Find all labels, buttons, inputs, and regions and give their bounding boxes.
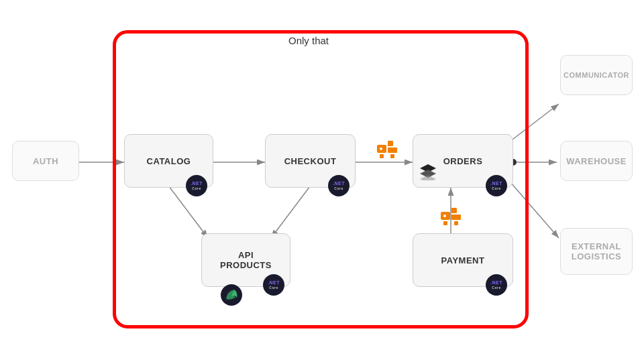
orders-layers-icon [419, 162, 437, 184]
svg-marker-19 [420, 175, 436, 180]
node-auth: AUTH [12, 141, 79, 181]
checkout-net-badge: .NET Core [328, 175, 350, 196]
nestjs-badge [221, 274, 242, 296]
catalog-label: CATALOG [147, 156, 191, 166]
communicator-label: COMMUNICATOR [564, 71, 629, 79]
svg-rect-24 [454, 221, 458, 225]
payment-label: PAYMENT [441, 255, 485, 265]
net-text2: .NET [333, 181, 345, 186]
svg-rect-14 [380, 154, 384, 158]
payment-net-badge: .NET Core [486, 274, 507, 296]
checkout-label: CHECKOUT [284, 156, 337, 166]
node-catalog: CATALOG .NET Core [124, 134, 213, 188]
svg-point-25 [443, 215, 446, 217]
rabbitmq-icon-2 [439, 206, 464, 235]
api-products-net-badge: .NET Core [263, 274, 284, 296]
orders-label: ORDERS [443, 156, 483, 166]
core-text: Core [192, 186, 201, 190]
svg-rect-22 [451, 215, 461, 220]
node-api-products: API PRODUCTS .NET Core [201, 233, 290, 287]
svg-rect-21 [451, 208, 457, 213]
net-text: .NET [191, 181, 203, 186]
catalog-net-badge: .NET Core [186, 175, 207, 196]
auth-label: AUTH [33, 156, 58, 166]
node-orders: ORDERS .NET Core [413, 134, 513, 188]
api-products-label: API PRODUCTS [220, 250, 272, 270]
warehouse-label: WAREHOUSE [566, 156, 627, 166]
rabbitmq-svg-1 [376, 139, 400, 164]
svg-rect-23 [443, 221, 447, 225]
core-text5: Core [269, 286, 278, 290]
node-checkout: CHECKOUT .NET Core [265, 134, 356, 188]
net-text3: .NET [490, 181, 502, 186]
boundary-label: Only that [288, 35, 329, 46]
net-text5: .NET [268, 280, 280, 286]
node-payment: PAYMENT .NET Core [413, 233, 513, 287]
svg-point-16 [380, 147, 382, 150]
rabbitmq-svg-2 [439, 206, 464, 231]
node-warehouse: WAREHOUSE [560, 141, 633, 181]
svg-rect-15 [390, 154, 394, 158]
orders-net-badge: .NET Core [486, 175, 507, 196]
rabbitmq-icon-1 [376, 139, 400, 168]
svg-rect-12 [388, 141, 393, 146]
svg-rect-13 [388, 147, 397, 153]
net-text4: .NET [490, 280, 502, 286]
node-communicator: COMMUNICATOR [560, 55, 633, 95]
core-text4: Core [492, 286, 500, 290]
core-text3: Core [492, 186, 500, 190]
diagram-container: Only that AUTH CATALOG .NET Core CHECKOU… [0, 0, 644, 362]
external-logistics-label: EXTERNAL LOGISTICS [572, 241, 622, 261]
core-text2: Core [334, 186, 343, 190]
node-external-logistics: EXTERNAL LOGISTICS [560, 228, 633, 275]
